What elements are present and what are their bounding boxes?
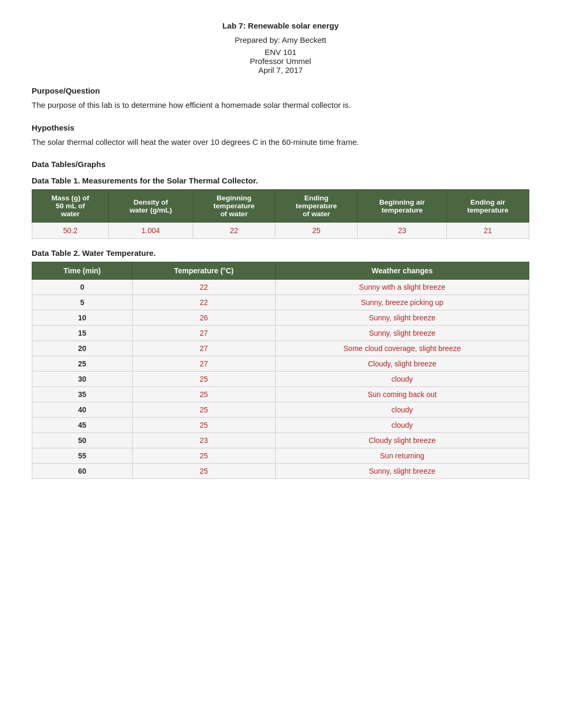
table-cell: Cloudy slight breeze bbox=[275, 433, 529, 448]
prepared-by: Prepared by: Amy Beckett bbox=[32, 35, 529, 44]
table-cell: 22 bbox=[133, 280, 276, 295]
table-row: 5525Sun returning bbox=[32, 448, 529, 464]
table-cell: 1.004 bbox=[109, 223, 193, 239]
table-cell: 26 bbox=[133, 310, 276, 326]
table-cell: Sun coming back out bbox=[275, 387, 529, 402]
table-cell: 40 bbox=[32, 402, 133, 418]
hypothesis-title: Hypothesis bbox=[32, 123, 529, 132]
table1: Mass (g) of50 mL ofwater Density ofwater… bbox=[32, 189, 529, 239]
table-cell: 25 bbox=[133, 448, 276, 464]
table1-header-row: Mass (g) of50 mL ofwater Density ofwater… bbox=[32, 190, 529, 223]
table2: Time (min) Temperature (°C) Weather chan… bbox=[32, 262, 529, 479]
table-row: 1026Sunny, slight breeze bbox=[32, 310, 529, 326]
data-tables-title: Data Tables/Graphs bbox=[32, 160, 529, 169]
table2-label-bold: Data Table 2. bbox=[32, 248, 80, 257]
table-row: 4025cloudy bbox=[32, 402, 529, 418]
table-cell: cloudy bbox=[275, 402, 529, 418]
table2-col2-header: Temperature (°C) bbox=[133, 262, 276, 280]
purpose-title: Purpose/Question bbox=[32, 86, 529, 95]
table-cell: 50 bbox=[32, 433, 133, 448]
table2-label: Data Table 2. Water Temperature. bbox=[32, 248, 529, 257]
table-row: 2027Some cloud coverage, slight breeze bbox=[32, 341, 529, 356]
table1-label-normal: Measurements for the Solar Thermal Colle… bbox=[80, 176, 258, 185]
table-cell: 5 bbox=[32, 295, 133, 310]
table2-label-normal: Water Temperature. bbox=[80, 248, 155, 257]
table-cell: 25 bbox=[32, 356, 133, 372]
table-cell: 25 bbox=[133, 387, 276, 402]
table-cell: 30 bbox=[32, 372, 133, 387]
table-cell: 50.2 bbox=[32, 223, 109, 239]
table2-col1-header: Time (min) bbox=[32, 262, 133, 280]
table-row: 3025cloudy bbox=[32, 372, 529, 387]
table-cell: Sunny, slight breeze bbox=[275, 326, 529, 341]
course: ENV 101 bbox=[265, 48, 296, 57]
table-cell: 23 bbox=[358, 223, 447, 239]
professor: Professor Ummel bbox=[250, 57, 311, 66]
table1-label-bold: Data Table 1. bbox=[32, 176, 80, 185]
table-cell: 22 bbox=[133, 295, 276, 310]
table-cell: Some cloud coverage, slight breeze bbox=[275, 341, 529, 356]
course-info: ENV 101 Professor Ummel April 7, 2017 bbox=[32, 48, 529, 75]
table-cell: Sun returning bbox=[275, 448, 529, 464]
table-cell: Cloudy, slight breeze bbox=[275, 356, 529, 372]
table-row: 2527Cloudy, slight breeze bbox=[32, 356, 529, 372]
table-cell: 25 bbox=[133, 372, 276, 387]
table-cell: Sunny, slight breeze bbox=[275, 464, 529, 479]
table-cell: Sunny with a slight breeze bbox=[275, 280, 529, 295]
table-cell: 20 bbox=[32, 341, 133, 356]
date: April 7, 2017 bbox=[258, 66, 303, 75]
table-row: 022Sunny with a slight breeze bbox=[32, 280, 529, 295]
table-cell: 27 bbox=[133, 341, 276, 356]
table-cell: 0 bbox=[32, 280, 133, 295]
table-cell: 25 bbox=[133, 464, 276, 479]
table-cell: 21 bbox=[447, 223, 529, 239]
table-cell: 27 bbox=[133, 356, 276, 372]
table-cell: Sunny, slight breeze bbox=[275, 310, 529, 326]
table-row: 6025Sunny, slight breeze bbox=[32, 464, 529, 479]
table-row: 4525cloudy bbox=[32, 418, 529, 433]
table-row: 50.21.00422252321 bbox=[32, 223, 529, 239]
table-cell: 60 bbox=[32, 464, 133, 479]
table2-header-row: Time (min) Temperature (°C) Weather chan… bbox=[32, 262, 529, 280]
table-cell: Sunny, breeze picking up bbox=[275, 295, 529, 310]
table-row: 522Sunny, breeze picking up bbox=[32, 295, 529, 310]
table-cell: 23 bbox=[133, 433, 276, 448]
table-row: 3525Sun coming back out bbox=[32, 387, 529, 402]
table1-col4-header: Endingtemperatureof water bbox=[275, 190, 358, 223]
table-row: 5023Cloudy slight breeze bbox=[32, 433, 529, 448]
table-cell: 25 bbox=[275, 223, 358, 239]
table1-col1-header: Mass (g) of50 mL ofwater bbox=[32, 190, 109, 223]
table-cell: 27 bbox=[133, 326, 276, 341]
table1-col5-header: Beginning airtemperature bbox=[358, 190, 447, 223]
table1-col2-header: Density ofwater (g/mL) bbox=[109, 190, 193, 223]
table2-col3-header: Weather changes bbox=[275, 262, 529, 280]
table-cell: 22 bbox=[193, 223, 275, 239]
table-cell: 10 bbox=[32, 310, 133, 326]
table-cell: 15 bbox=[32, 326, 133, 341]
hypothesis-text: The solar thermal collector will heat th… bbox=[32, 136, 529, 149]
table-row: 1527Sunny, slight breeze bbox=[32, 326, 529, 341]
table-cell: cloudy bbox=[275, 372, 529, 387]
table-cell: 35 bbox=[32, 387, 133, 402]
table-cell: 25 bbox=[133, 418, 276, 433]
purpose-text: The purpose of this lab is to determine … bbox=[32, 99, 529, 112]
table1-label: Data Table 1. Measurements for the Solar… bbox=[32, 176, 529, 185]
page-title: Lab 7: Renewable solar energy bbox=[32, 21, 529, 30]
table1-col3-header: Beginningtemperatureof water bbox=[193, 190, 275, 223]
table-cell: 25 bbox=[133, 402, 276, 418]
table-cell: 55 bbox=[32, 448, 133, 464]
table-cell: cloudy bbox=[275, 418, 529, 433]
table-cell: 45 bbox=[32, 418, 133, 433]
table1-col6-header: Ending airtemperature bbox=[447, 190, 529, 223]
